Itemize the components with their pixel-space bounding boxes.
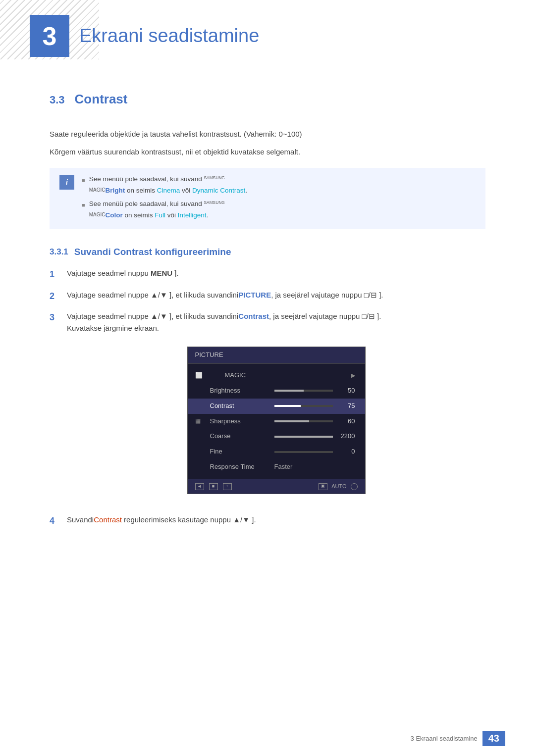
contrast-bar-fill [274, 405, 301, 407]
contrast-keyword-4: Contrast [94, 515, 122, 524]
bottom-circle-icon [351, 483, 358, 490]
step-3: 3 Vajutage seadmel nuppe ▲/▼ ], et liiku… [50, 310, 485, 506]
footer-chapter-ref: 3 Ekraani seadistamine [411, 735, 478, 742]
step-text-3: Vajutage seadmel nuppe ▲/▼ ], et liikuda… [67, 310, 485, 506]
note-text-2: See menüü pole saadaval, kui suvand SAMS… [89, 199, 225, 221]
response-time-value: Faster [269, 462, 293, 472]
brightness-bar [274, 390, 333, 392]
fine-value: 0 [338, 447, 355, 457]
menu-item-fine: Fine 0 [188, 444, 365, 459]
fine-bar [274, 451, 333, 453]
magic-arrow: ▶ [351, 371, 355, 380]
note1-highlight1: Cinema [157, 187, 180, 194]
brightness-label: Brightness [210, 386, 269, 396]
description-1: Saate reguleerida objektide ja tausta va… [50, 128, 485, 140]
bullet-1: ■ [82, 176, 85, 185]
sharpness-value: 60 [338, 416, 355, 427]
step-text-2: Vajutage seadmel nuppe ▲/▼ ], et liikuda… [67, 289, 485, 301]
magic-label: MAGIC [210, 370, 269, 381]
note2-highlight2: Intelligent [178, 211, 207, 219]
note-line-1: ■ See menüü pole saadaval, kui suvand SA… [82, 174, 247, 197]
note-line-2: ■ See menüü pole saadaval, kui suvand SA… [82, 199, 247, 221]
sub-section-title: Suvandi Contrast konfigureerimine [74, 247, 231, 257]
footer-page-number: 43 [482, 731, 505, 746]
menu-screenshot: PICTURE ⬜ MAGIC ▶ [187, 347, 366, 494]
note1-item: Bright [105, 187, 125, 194]
bottom-auto-text: AUTO [331, 482, 346, 491]
section-number: 3.3 [50, 94, 65, 106]
contrast-keyword: Contrast [238, 312, 269, 320]
sharpness-bar [274, 420, 333, 422]
sub-section: 3.3.1 Suvandi Contrast konfigureerimine … [50, 247, 485, 528]
menu-item-response-time: Response Time Faster [188, 459, 365, 475]
menu-icon-magic: ⬜ [195, 371, 203, 380]
note2-highlight1: Full [155, 211, 165, 219]
sharpness-label: Sharpness [210, 416, 269, 427]
brightness-bar-fill [274, 390, 304, 392]
menu-keyword-1: MENU [151, 269, 172, 277]
fine-label: Fine [210, 447, 269, 457]
contrast-bar [274, 405, 333, 407]
step-text-4: SuvandiContrast reguleerimiseks kasutage… [67, 514, 485, 526]
chapter-number: 3 [30, 15, 69, 57]
step-number-2: 2 [50, 289, 59, 303]
step-text-1: Vajutage seadmel nuppu MENU ]. [67, 267, 485, 279]
page-container: 3 Ekraani seadistamine 3.3 Contrast Saat… [0, 0, 535, 756]
step-4: 4 SuvandiContrast reguleerimiseks kasuta… [50, 514, 485, 528]
sharpness-icon: ▦ [195, 416, 201, 426]
coarse-value: 2200 [338, 431, 355, 442]
sub-section-header: 3.3.1 Suvandi Contrast konfigureerimine [50, 247, 485, 257]
step-1: 1 Vajutage seadmel nuppu MENU ]. [50, 267, 485, 282]
chapter-header: 3 Ekraani seadistamine [0, 0, 535, 72]
coarse-bar-fill [274, 436, 333, 438]
menu-item-brightness: Brightness 50 [188, 383, 365, 399]
note-box: i ■ See menüü pole saadaval, kui suvand … [50, 168, 485, 229]
menu-item-sharpness: ▦ Sharpness 60 [188, 414, 365, 429]
note-content: ■ See menüü pole saadaval, kui suvand SA… [82, 174, 247, 223]
bottom-icon-left: ◄ [195, 483, 204, 490]
bottom-icon-input: ▣ [319, 483, 327, 490]
note-icon: i [59, 175, 74, 190]
menu-title-bar: PICTURE [188, 347, 365, 364]
steps-list: 1 Vajutage seadmel nuppu MENU ]. 2 Vajut… [50, 267, 485, 528]
chapter-title: Ekraani seadistamine [79, 25, 259, 47]
note2-item: Color [105, 211, 122, 219]
menu-item-coarse: Coarse 2200 [188, 429, 365, 444]
step-2: 2 Vajutage seadmel nuppe ▲/▼ ], et liiku… [50, 289, 485, 303]
menu-items: ⬜ MAGIC ▶ Brightness [188, 364, 365, 479]
bottom-icon-menu: ■ [209, 483, 218, 490]
response-time-label: Response Time [210, 462, 269, 472]
menu-title: PICTURE [195, 351, 223, 358]
menu-bottom-icons: ◄ ■ + [195, 483, 232, 490]
note1-highlight2: Dynamic Contrast [192, 187, 245, 194]
coarse-label: Coarse [210, 431, 269, 442]
section-title: Contrast [75, 92, 128, 107]
sharpness-bar-fill [274, 420, 310, 422]
content-area: 3.3 Contrast Saate reguleerida objektide… [0, 92, 535, 565]
page-footer: 3 Ekraani seadistamine 43 [411, 731, 505, 746]
contrast-value: 75 [338, 401, 355, 411]
picture-keyword: PICTURE [238, 291, 271, 299]
step3-sub: Kuvatakse järgmine ekraan. [67, 324, 159, 332]
note-text-1: See menüü pole saadaval, kui suvand SAMS… [89, 174, 247, 197]
section-header: 3.3 Contrast [50, 92, 485, 119]
step-number-1: 1 [50, 267, 59, 282]
description-2: Kõrgem väärtus suurendab kontrastsust, n… [50, 146, 485, 158]
menu-bottom-bar: ◄ ■ + ▣ AUTO [188, 479, 365, 494]
bottom-icon-plus: + [223, 483, 232, 490]
sub-section-number: 3.3.1 [50, 247, 68, 257]
coarse-bar [274, 436, 333, 438]
menu-item-magic: ⬜ MAGIC ▶ [188, 368, 365, 383]
menu-bottom-right: ▣ AUTO [319, 482, 357, 491]
bullet-2: ■ [82, 201, 85, 210]
menu-item-contrast: Contrast 75 [188, 399, 365, 414]
step-number-3: 3 [50, 310, 59, 325]
contrast-label: Contrast [210, 401, 269, 411]
brightness-value: 50 [338, 386, 355, 396]
step-number-4: 4 [50, 514, 59, 528]
